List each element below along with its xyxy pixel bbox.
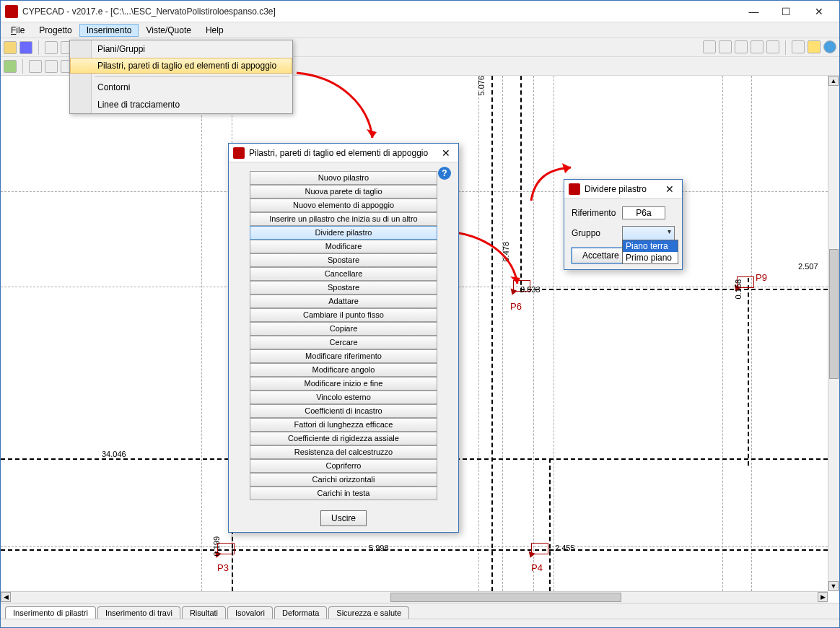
tab-inserimento-pilastri[interactable]: Inserimento di pilastri: [5, 606, 96, 619]
scroll-up-icon[interactable]: ▲: [828, 76, 839, 86]
pillar-label: P4: [531, 562, 543, 573]
menu-item-piani-gruppi[interactable]: Piani/Gruppi: [70, 40, 292, 58]
dialog-title: Dividere pilastro: [585, 184, 647, 194]
riferimento-input[interactable]: [622, 206, 665, 219]
dimension-label: 0.199: [212, 536, 221, 557]
vertical-scrollbar[interactable]: ▲ ▼: [828, 76, 839, 591]
annotation-arrow: [289, 69, 390, 149]
window-title: CYPECAD - v2017.e - [C:\...\ESC_NervatoP…: [22, 6, 276, 17]
option-nuovo-pilastro[interactable]: Nuovo pilastro: [250, 171, 437, 185]
tab-sicurezza[interactable]: Sicurezza e salute: [328, 606, 409, 619]
option-mod-inizio-fine[interactable]: Modificare inizio e fine: [250, 377, 437, 391]
option-nuovo-elemento[interactable]: Nuovo elemento di appoggio: [250, 199, 437, 212]
option-cambiare-punto[interactable]: Cambiare il punto fisso: [250, 308, 437, 322]
menu-inserimento[interactable]: Inserimento: [79, 24, 139, 37]
option-nuova-parete[interactable]: Nuova parete di taglio: [250, 185, 437, 199]
dialog-titlebar: Pilastri, pareti di taglio ed elementi d…: [229, 144, 458, 162]
tool-icon[interactable]: [4, 60, 17, 73]
dimension-label: 5.998: [369, 544, 389, 552]
dialog-close-button[interactable]: ✕: [662, 182, 678, 196]
dimension-label: 5.076: [477, 76, 486, 96]
option-spostare[interactable]: Spostare: [250, 253, 437, 267]
menu-viste[interactable]: Viste/Quote: [139, 24, 198, 37]
option-modificare[interactable]: Modificare: [250, 240, 437, 253]
pillar-p4[interactable]: [531, 543, 548, 554]
tool-icon[interactable]: [719, 40, 732, 53]
option-dividere-pilastro[interactable]: Dividere pilastro: [250, 226, 437, 240]
scroll-left-icon[interactable]: ◀: [1, 592, 11, 602]
option-carichi-orizz[interactable]: Carichi orizzontali: [250, 473, 437, 487]
tab-risultati[interactable]: Risultati: [182, 606, 226, 619]
option-copiare[interactable]: Copiare: [250, 322, 437, 336]
tab-isovalori[interactable]: Isovalori: [227, 606, 273, 619]
tool-icon[interactable]: [45, 60, 58, 73]
dimension-label: 0.158: [734, 279, 743, 300]
dimension-label: 2.455: [555, 544, 575, 552]
dimension-label: 34.046: [102, 450, 126, 458]
menu-item-linee[interactable]: Linee di tracciamento: [70, 96, 292, 113]
app-window: CYPECAD - v2017.e - [C:\...\ESC_NervatoP…: [0, 0, 840, 628]
settings-icon[interactable]: [792, 40, 805, 53]
gruppo-combo[interactable]: [622, 226, 675, 240]
riferimento-label: Riferimento: [572, 208, 622, 218]
menu-item-pilastri[interactable]: Pilastri, pareti di taglio ed elementi d…: [70, 58, 292, 74]
option-coef-rigidezza[interactable]: Coefficiente di rigidezza assiale: [250, 432, 437, 445]
option-copriferro[interactable]: Copriferro: [250, 459, 437, 473]
minimize-button[interactable]: —: [738, 1, 770, 22]
tool-icon[interactable]: [45, 41, 58, 54]
option-coef-incastro[interactable]: Coefficienti di incastro: [250, 404, 437, 418]
scroll-thumb[interactable]: [829, 249, 839, 379]
help-icon[interactable]: [808, 40, 821, 53]
close-button[interactable]: ✕: [802, 1, 835, 22]
globe-icon[interactable]: [823, 40, 836, 53]
scroll-down-icon[interactable]: ▼: [828, 581, 839, 591]
dimension-label: 2.507: [798, 262, 818, 271]
tab-deformata[interactable]: Deformata: [274, 606, 327, 619]
menu-file[interactable]: File: [4, 24, 32, 37]
export-icon[interactable]: [751, 40, 764, 53]
pillar-label: P9: [756, 272, 767, 283]
option-adattare[interactable]: Adattare: [250, 295, 437, 308]
exit-button[interactable]: Uscire: [320, 510, 367, 526]
menu-progetto[interactable]: Progetto: [32, 24, 79, 37]
option-spostare2[interactable]: Spostare: [250, 281, 437, 295]
scroll-thumb[interactable]: [390, 593, 621, 602]
option-mod-riferimento[interactable]: Modificare riferimento: [250, 349, 437, 363]
horizontal-scrollbar[interactable]: ◀ ▶: [1, 591, 828, 603]
pillar-label: P3: [217, 562, 229, 573]
dialog-titlebar: Dividere pilastro ✕: [564, 180, 682, 199]
pilastri-dialog: Pilastri, pareti di taglio ed elementi d…: [228, 143, 459, 533]
option-mod-angolo[interactable]: Modificare angolo: [250, 363, 437, 377]
option-cercare[interactable]: Cercare: [250, 336, 437, 349]
dialog-close-button[interactable]: ✕: [438, 146, 454, 160]
option-cancellare[interactable]: Cancellare: [250, 267, 437, 281]
titlebar: CYPECAD - v2017.e - [C:\...\ESC_NervatoP…: [1, 1, 839, 22]
maximize-button[interactable]: ☐: [770, 1, 802, 22]
tab-inserimento-travi[interactable]: Inserimento di travi: [97, 606, 180, 619]
inserimento-dropdown: Piani/Gruppi Pilastri, pareti di taglio …: [69, 40, 293, 114]
gruppo-dropdown: Piano terra Primo piano: [622, 240, 678, 264]
pillar-label: P6: [510, 301, 522, 312]
statusbar: [1, 619, 839, 627]
dialog-title: Pilastri, pareti di taglio ed elementi d…: [249, 148, 428, 158]
dialog-icon: [233, 147, 245, 159]
option-carichi-testa[interactable]: Carichi in testa: [250, 487, 437, 500]
scroll-right-icon[interactable]: ▶: [818, 592, 828, 602]
option-inserire-pilastro[interactable]: Inserire un pilastro che inizia su di un…: [250, 212, 437, 226]
accept-button[interactable]: Accettare: [572, 248, 630, 263]
menu-item-contorni[interactable]: Contorni: [70, 79, 292, 96]
combo-option[interactable]: Piano terra: [623, 240, 678, 252]
save-icon[interactable]: [19, 41, 32, 54]
tool-icon[interactable]: [29, 60, 42, 73]
tool-icon[interactable]: [766, 40, 779, 53]
print-icon[interactable]: [703, 40, 716, 53]
refresh-icon[interactable]: [735, 40, 748, 53]
option-fattori-lunghezza[interactable]: Fattori di lunghezza efficace: [250, 418, 437, 432]
gruppo-label: Gruppo: [572, 228, 622, 238]
open-icon[interactable]: [4, 41, 17, 54]
help-icon[interactable]: ?: [438, 167, 451, 180]
option-resistenza[interactable]: Resistenza del calcestruzzo: [250, 445, 437, 459]
menu-help[interactable]: Help: [198, 24, 231, 37]
option-vincolo[interactable]: Vincolo esterno: [250, 391, 437, 404]
combo-option[interactable]: Primo piano: [623, 252, 678, 263]
